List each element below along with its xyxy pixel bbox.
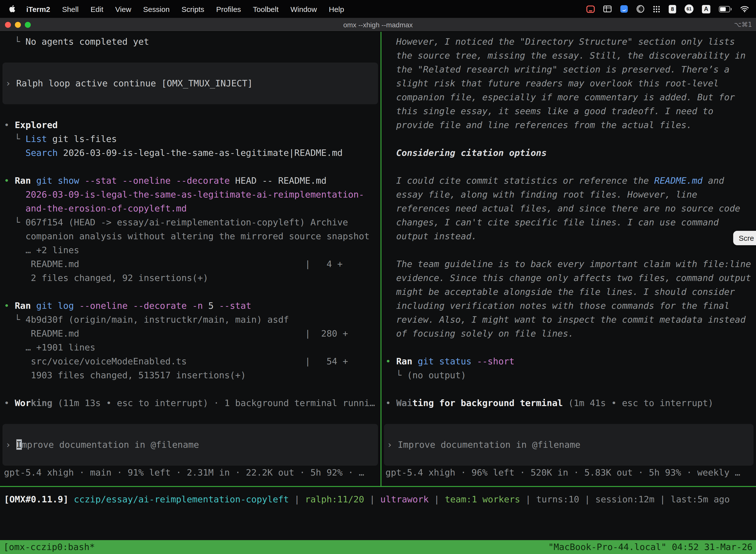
menu-bar-status-icons: 8 61 A (586, 4, 749, 13)
terminal-line: › Ralph loop active continue [OMX_TMUX_I… (2, 76, 253, 90)
blue-app-icon[interactable] (620, 5, 628, 13)
terminal-line: • Ran git status --short (381, 354, 756, 368)
terminal-line: 1903 files changed, 513517 insertions(+) (0, 368, 380, 382)
terminal-line: └ 067f154 (HEAD -> essay/ai-reimplementa… (0, 215, 380, 229)
terminal-line: Search 2026-03-09-is-legal-the-same-as-l… (0, 146, 380, 160)
menu-bar: iTerm2 Shell Edit View Session Scripts P… (0, 0, 756, 18)
terminal-line: └ No agents completed yet (0, 35, 380, 49)
menu-item-shell[interactable]: Shell (56, 5, 84, 13)
right-composer-input[interactable]: › Improve documentation in @filename (384, 424, 754, 466)
ralph-loop-banner-line: › Ralph loop active continue [OMX_TMUX_I… (2, 76, 253, 90)
menu-item-help[interactable]: Help (323, 5, 350, 13)
terminal-line: 2 files changed, 92 insertions(+) (0, 271, 380, 285)
terminal-line: changes, I can't cite specific file line… (381, 215, 756, 229)
terminal-line (0, 104, 380, 118)
right-model-status-line: gpt-5.4 xhigh · 96% left · 520K in · 5.8… (381, 466, 756, 480)
browser-icon[interactable] (636, 5, 644, 13)
terminal-line (381, 160, 756, 174)
terminal-line: evidence. Since this change only affects… (381, 271, 756, 285)
menu-item-iterm2[interactable]: iTerm2 (20, 5, 56, 13)
tmux-host-clock-label: "MacBook-Pro-44.local" 04:52 31-Mar-26 (548, 540, 753, 554)
terminal-line: 2026-03-09-is-legal-the-same-as-legitima… (0, 188, 380, 202)
screen-recording-icon[interactable] (586, 5, 595, 13)
terminal-line: the "Related research writing" section i… (381, 63, 756, 76)
terminal-line: › Improve documentation in @filename (2, 438, 199, 452)
apple-menu-icon[interactable] (7, 5, 20, 13)
left-composer-text: › Improve documentation in @filename (2, 438, 199, 452)
terminal-line (0, 285, 380, 299)
terminal-line: However, I noticed the "Directory Struct… (381, 35, 756, 49)
terminal-line (0, 49, 380, 63)
terminal-line (381, 382, 756, 396)
terminal-line: and-the-erosion-of-copyleft.md (0, 202, 380, 215)
terminal-line (381, 340, 756, 354)
menu-item-profiles[interactable]: Profiles (210, 5, 247, 13)
menu-item-toolbelt[interactable]: Toolbelt (247, 5, 285, 13)
terminal-line: The team guideline is to back every impo… (381, 257, 756, 271)
terminal-line: including verification notes with those … (381, 299, 756, 313)
ralph-loop-banner: › Ralph loop active continue [OMX_TMUX_I… (2, 63, 378, 104)
terminal-line (381, 410, 756, 424)
terminal-line: [OMX#0.11.9] cczip/essay/ai-reimplementa… (0, 492, 756, 506)
menu-item-window[interactable]: Window (285, 5, 323, 13)
menu-item-edit[interactable]: Edit (84, 5, 109, 13)
left-scrollback-top: └ No agents completed yet (0, 35, 380, 63)
terminal-line: essay file, along with finding root file… (381, 188, 756, 202)
terminal-line: provide file and line references from th… (381, 118, 756, 132)
left-pane[interactable]: └ No agents completed yet › Ralph loop a… (0, 32, 380, 486)
terminal-line: • Ran git show --stat --oneline --decora… (0, 174, 380, 188)
zoom-button[interactable] (25, 21, 31, 27)
left-model-status-line: gpt-5.4 xhigh · main · 91% left · 2.31M … (0, 466, 380, 480)
terminal-line: references need actual files, and since … (381, 202, 756, 215)
terminal-line: this single essay, it seems like a good … (381, 104, 756, 118)
window-shortcut-badge: ⌥⌘1 (734, 21, 756, 28)
traffic-lights (0, 21, 31, 27)
terminal-line: README.md | 4 + (0, 257, 380, 271)
terminal-line: └ List git ls-files (0, 132, 380, 146)
terminal-line: of focusing solely on file lines. (381, 327, 756, 340)
right-scrollback: However, I noticed the "Directory Struct… (381, 35, 756, 424)
input-source-icon[interactable]: A (702, 5, 710, 13)
terminal-line: • Ran git log --oneline --decorate -n 5 … (0, 299, 380, 313)
omx-status-line: [OMX#0.11.9] cczip/essay/ai-reimplementa… (0, 492, 756, 506)
close-button[interactable] (5, 21, 11, 27)
menu-item-session[interactable]: Session (137, 5, 176, 13)
terminal-line: output instead. (381, 229, 756, 243)
minimize-button[interactable] (15, 21, 21, 27)
right-composer-text: › Improve documentation in @filename (384, 438, 580, 452)
terminal-line: • Working (11m 13s • esc to interrupt) ·… (0, 396, 380, 410)
battery-percent-icon[interactable]: 61 (685, 4, 693, 13)
terminal-line: might be acceptable alongside the file l… (381, 285, 756, 299)
terminal-line: slight risk that future readers may over… (381, 76, 756, 90)
tmux-panes: └ No agents completed yet › Ralph loop a… (0, 32, 756, 486)
terminal-line: › Improve documentation in @filename (384, 438, 580, 452)
terminal-line: README.md | 280 + (0, 327, 380, 340)
terminal-line (381, 132, 756, 146)
window-title: omx --xhigh --madmax (0, 20, 756, 29)
dots-grid-icon[interactable] (653, 5, 660, 13)
terminal-line: the source tree, missing the essay. Stil… (381, 49, 756, 63)
omx-status-pane: [OMX#0.11.9] cczip/essay/ai-reimplementa… (0, 486, 756, 540)
keycap-8-icon[interactable]: 8 (669, 5, 676, 13)
terminal-line: companion analysis without altering the … (0, 229, 380, 243)
terminal-line: review. Also, I might want to inspect th… (381, 313, 756, 327)
terminal-line: └ (no output) (381, 368, 756, 382)
terminal-line: src/voice/voiceModeEnabled.ts | 54 + (0, 354, 380, 368)
terminal-line: … +2 lines (0, 243, 380, 257)
left-composer-input[interactable]: › Improve documentation in @filename (2, 424, 378, 466)
terminal-line: Considering citation options (381, 146, 756, 160)
terminal-line: • Waiting for background terminal (1m 41… (381, 396, 756, 410)
terminal-line: └ 4b9d30f (origin/main, instructkr/main,… (0, 313, 380, 327)
menu-item-view[interactable]: View (109, 5, 137, 13)
tmux-session-window-label: [omx-cczip0:bash* (3, 540, 95, 554)
window-manager-icon[interactable] (603, 5, 612, 12)
left-scrollback: • Explored └ List git ls-files Search 20… (0, 104, 380, 424)
terminal-line (0, 160, 380, 174)
right-pane[interactable]: However, I noticed the "Directory Struct… (381, 32, 756, 486)
notification-sliver[interactable]: Scre (733, 231, 756, 245)
menu-item-scripts[interactable]: Scripts (176, 5, 210, 13)
terminal-line (381, 243, 756, 257)
battery-icon[interactable] (719, 6, 732, 12)
wifi-icon[interactable] (740, 5, 749, 12)
terminal-line: I could cite commit statistics or refere… (381, 174, 756, 188)
